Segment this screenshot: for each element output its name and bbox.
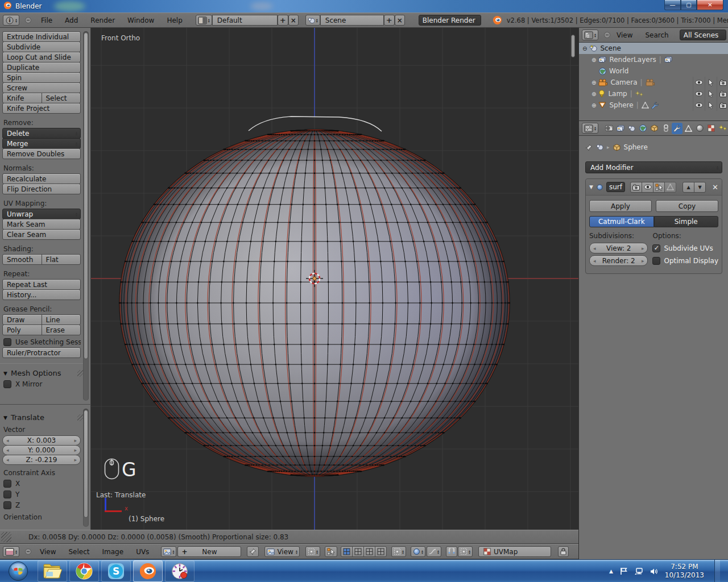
viewport-3d[interactable]: Front Ortho G Last: Translate x (1) Sphe… xyxy=(91,28,578,530)
renderability-toggle[interactable] xyxy=(717,77,728,88)
uv-select-mode-edge[interactable] xyxy=(352,546,364,557)
collapse-menus-icon[interactable] xyxy=(25,17,31,23)
panel-header-translate[interactable]: ▼Translate xyxy=(3,413,81,422)
taskbar-app-clockapp[interactable] xyxy=(165,560,195,582)
tab-material[interactable] xyxy=(694,123,705,134)
tool-knife-project[interactable]: Knife Project xyxy=(2,103,81,114)
outliner-row-camera[interactable]: ⊕Camera| xyxy=(579,77,728,88)
volume-icon[interactable] xyxy=(650,568,658,575)
screen-layout-name[interactable]: Default xyxy=(212,15,278,26)
tab-scene[interactable] xyxy=(626,123,637,134)
add-scene-button[interactable]: + xyxy=(384,15,395,26)
checkbox-x-mirror[interactable]: X Mirror xyxy=(3,380,81,388)
view-subdivisions-field[interactable]: ◂View: 2▸ xyxy=(589,243,648,253)
network-icon[interactable] xyxy=(634,568,643,575)
render-subdivisions-field[interactable]: ◂Render: 2▸ xyxy=(589,255,648,266)
menu-render[interactable]: Render xyxy=(84,16,121,24)
number-field[interactable]: ◂Z: -0.219▸ xyxy=(2,455,81,465)
outliner-row-renderlayers[interactable]: ⊕RenderLayers| xyxy=(579,54,728,65)
selectability-toggle[interactable] xyxy=(705,77,717,88)
uv-select-mode-face[interactable] xyxy=(363,546,375,557)
tab-texture[interactable] xyxy=(706,123,717,134)
tool-loop-cut-and-slide[interactable]: Loop Cut and Slide xyxy=(2,52,81,63)
uv-menu-image[interactable]: Image xyxy=(96,548,130,556)
show-desktop-button[interactable] xyxy=(714,560,720,582)
taskbar-app-explorer[interactable] xyxy=(38,560,67,582)
outliner-row-scene[interactable]: ⊖Scene xyxy=(579,43,728,54)
modifier-render-toggle[interactable] xyxy=(630,182,642,193)
tool-recalculate[interactable]: Recalculate xyxy=(2,173,81,184)
uv-select-mode-island[interactable] xyxy=(375,546,387,557)
tool-knife[interactable]: Knife xyxy=(2,93,42,103)
checkbox-use-sketching-sessi[interactable]: Use Sketching Sessi xyxy=(3,338,81,346)
delete-layout-button[interactable]: × xyxy=(288,15,299,26)
number-field[interactable]: ◂Y: 0.000▸ xyxy=(2,445,81,455)
taskbar-app-skype[interactable]: S xyxy=(101,560,131,582)
tool-remove-doubles[interactable]: Remove Doubles xyxy=(2,148,81,159)
pin-image-button[interactable] xyxy=(247,546,259,557)
viewport-scroll-handle[interactable] xyxy=(571,35,575,57)
uv-menu-select[interactable]: Select xyxy=(63,548,96,556)
tool-clear-seam[interactable]: Clear Seam xyxy=(2,229,81,240)
action-center-flag-icon[interactable] xyxy=(620,567,627,575)
add-modifier-dropdown[interactable]: Add Modifier ▴▾ xyxy=(585,161,722,173)
tool-poly[interactable]: Poly xyxy=(2,325,42,335)
outliner-row-world[interactable]: World xyxy=(579,65,728,77)
tab-world[interactable] xyxy=(638,123,648,134)
toolshelf-scrollbar[interactable] xyxy=(83,31,89,401)
scene-name[interactable]: Scene xyxy=(320,15,384,26)
tool-mark-seam[interactable]: Mark Seam xyxy=(2,219,81,230)
operator-panel-scrollbar[interactable] xyxy=(83,409,89,527)
maximize-button[interactable]: ▢ xyxy=(681,0,697,10)
tool-ruler-protractor[interactable]: Ruler/Protractor xyxy=(2,347,81,358)
outliner-type-button[interactable]: ▴▾ xyxy=(582,30,598,40)
tool-smooth[interactable]: Smooth xyxy=(2,254,42,265)
add-layout-button[interactable]: + xyxy=(278,15,288,26)
taskbar-app-blender[interactable] xyxy=(133,560,163,582)
menu-delete[interactable]: Delete▴▾ xyxy=(2,128,81,139)
uv-sync-selection-toggle[interactable] xyxy=(325,546,337,557)
tool-select[interactable]: Select xyxy=(42,93,81,103)
tool-subdivide[interactable]: Subdivide xyxy=(2,41,81,52)
panel-header-mesh-options[interactable]: ▼Mesh Options xyxy=(3,369,81,377)
screen-layout-icon-button[interactable]: ▴▾ xyxy=(196,15,212,26)
falloff-curve-dropdown[interactable]: ▴▾ xyxy=(427,546,441,557)
tab-data[interactable] xyxy=(683,123,694,134)
menu-help[interactable]: Help xyxy=(160,16,188,24)
snap-toggle[interactable] xyxy=(446,546,457,557)
properties-type-button[interactable]: ▴▾ xyxy=(582,123,598,134)
tool-duplicate[interactable]: Duplicate xyxy=(2,62,81,73)
simple-button[interactable]: Simple xyxy=(654,216,719,227)
renderability-toggle[interactable] xyxy=(717,88,728,99)
pivot-point-dropdown[interactable]: ▴▾ xyxy=(305,546,320,557)
outliner-row-lamp[interactable]: ⊕Lamp| xyxy=(579,88,728,99)
checkbox-x[interactable]: X xyxy=(3,480,81,488)
tool-erase[interactable]: Erase xyxy=(42,325,81,335)
uv-view-dropdown[interactable]: View▴▾ xyxy=(264,546,300,557)
renderability-toggle[interactable] xyxy=(717,99,728,111)
checkbox-y[interactable]: Y xyxy=(3,490,81,498)
tray-expand-icon[interactable]: ▲ xyxy=(609,568,613,574)
new-image-button[interactable]: +New xyxy=(177,546,241,557)
menu-file[interactable]: File xyxy=(35,16,59,24)
uv-select-mode-vertex[interactable] xyxy=(341,546,353,557)
tool-extrude-individual[interactable]: Extrude Individual xyxy=(2,31,81,42)
tab-render[interactable] xyxy=(603,123,614,134)
outliner-menu-view[interactable]: View xyxy=(610,31,639,39)
tool-draw[interactable]: Draw xyxy=(2,314,42,325)
uv-menu-uvs[interactable]: UVs xyxy=(130,548,155,556)
pin-icon[interactable] xyxy=(585,144,593,151)
tab-object[interactable] xyxy=(649,123,660,134)
close-button[interactable]: ✕ xyxy=(697,0,723,10)
menu-add[interactable]: Add xyxy=(59,16,84,24)
clock[interactable]: 7:52 PM10/13/2013 xyxy=(665,563,704,580)
taskbar-app-chrome[interactable] xyxy=(69,560,99,582)
move-modifier-up-button[interactable]: ▲ xyxy=(682,182,694,193)
visibility-toggle[interactable] xyxy=(693,88,705,99)
menu-unwrap[interactable]: Unwrap▴▾ xyxy=(2,209,81,219)
tab-constraints[interactable] xyxy=(660,123,671,134)
lock-button[interactable] xyxy=(558,546,569,557)
tool-screw[interactable]: Screw xyxy=(2,82,81,93)
tool-repeat-last[interactable]: Repeat Last xyxy=(2,279,81,290)
optimal-display-checkbox[interactable]: Optimal Display xyxy=(652,255,718,266)
